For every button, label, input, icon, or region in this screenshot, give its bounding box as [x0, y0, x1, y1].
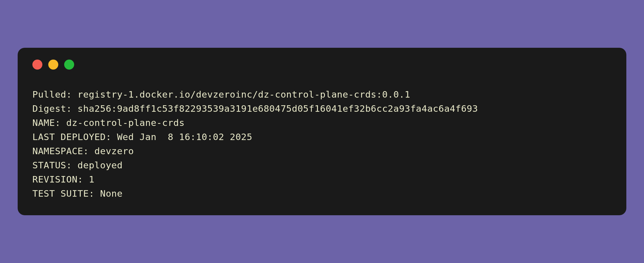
terminal-window: Pulled: registry-1.docker.io/devzeroinc/… [18, 48, 626, 215]
terminal-line: LAST DEPLOYED: Wed Jan 8 16:10:02 2025 [32, 132, 252, 142]
terminal-line: NAME: dz-control-plane-crds [32, 117, 185, 128]
close-icon[interactable] [32, 60, 42, 70]
maximize-icon[interactable] [64, 60, 74, 70]
terminal-output: Pulled: registry-1.docker.io/devzeroinc/… [32, 87, 612, 200]
terminal-line: STATUS: deployed [32, 160, 123, 170]
terminal-line: NAMESPACE: devzero [32, 146, 134, 156]
terminal-line: Pulled: registry-1.docker.io/devzeroinc/… [32, 89, 410, 100]
terminal-line: REVISION: 1 [32, 174, 94, 185]
terminal-line: TEST SUITE: None [32, 188, 123, 199]
minimize-icon[interactable] [48, 60, 58, 70]
terminal-line: Digest: sha256:9ad8ff1c53f82293539a3191e… [32, 103, 478, 114]
window-controls [32, 60, 612, 70]
